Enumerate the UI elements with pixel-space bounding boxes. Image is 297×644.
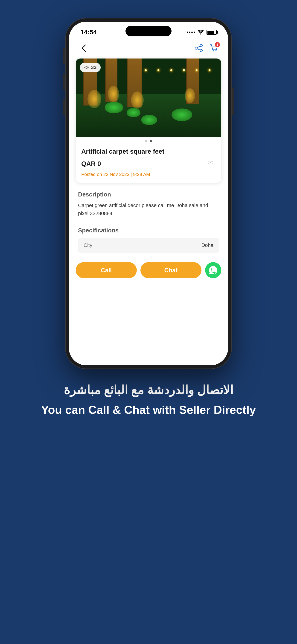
app-content[interactable]: 33 Artificial carpet square feet QAR 0 bbox=[69, 56, 228, 365]
post-date: Posted on 22 Nov 2023 | 9:29 AM bbox=[81, 172, 216, 177]
svg-point-1 bbox=[200, 44, 202, 47]
whatsapp-button[interactable] bbox=[205, 262, 221, 278]
call-button[interactable]: Call bbox=[76, 262, 137, 278]
signal-icon bbox=[187, 32, 195, 33]
chat-button[interactable]: Chat bbox=[140, 262, 202, 278]
phone-mockup: 14:54 bbox=[66, 18, 232, 368]
product-title: Artificial carpet square feet bbox=[81, 148, 216, 155]
description-text: Carpet green artificial decor please cal… bbox=[78, 201, 219, 218]
dynamic-island bbox=[126, 26, 172, 36]
dot-2 bbox=[150, 140, 152, 142]
dot-1 bbox=[145, 140, 147, 142]
app-header: 1 bbox=[69, 38, 228, 56]
battery-icon bbox=[206, 30, 217, 35]
header-actions: 1 bbox=[194, 43, 219, 53]
spec-value-city: Doha bbox=[148, 242, 214, 248]
price-row: QAR 0 ♡ bbox=[81, 158, 216, 169]
wifi-icon bbox=[198, 30, 204, 34]
english-tagline: You can Call & Chat with Seller Directly bbox=[41, 402, 256, 418]
wishlist-button[interactable]: ♡ bbox=[205, 158, 216, 169]
whatsapp-icon bbox=[208, 266, 218, 275]
cart-badge: 1 bbox=[215, 42, 220, 47]
description-section: Description Carpet green artificial deco… bbox=[69, 186, 228, 222]
svg-point-2 bbox=[195, 47, 197, 49]
svg-line-4 bbox=[197, 46, 200, 48]
status-icons bbox=[187, 30, 217, 35]
spec-row-city: City Doha bbox=[78, 238, 219, 253]
specifications-title: Specifications bbox=[78, 227, 219, 234]
spec-label-city: City bbox=[84, 242, 148, 248]
share-button[interactable] bbox=[194, 43, 204, 53]
svg-point-8 bbox=[86, 67, 88, 68]
status-time: 14:54 bbox=[80, 28, 97, 36]
image-dots bbox=[76, 137, 221, 144]
svg-point-3 bbox=[200, 50, 202, 52]
svg-point-7 bbox=[216, 50, 217, 52]
views-count: 33 bbox=[91, 64, 96, 70]
product-info: Artificial carpet square feet QAR 0 ♡ Po… bbox=[76, 144, 221, 183]
back-button[interactable] bbox=[78, 42, 90, 54]
svg-line-5 bbox=[197, 49, 200, 50]
status-bar: 14:54 bbox=[69, 22, 228, 38]
specs-table: City Doha bbox=[78, 238, 219, 253]
specifications-section: Specifications City Doha bbox=[69, 222, 228, 258]
svg-point-0 bbox=[200, 34, 201, 34]
product-card: 33 Artificial carpet square feet QAR 0 bbox=[76, 58, 221, 183]
product-price: QAR 0 bbox=[81, 160, 101, 168]
arabic-tagline: الاتصال والدردشة مع البائع مباشرة bbox=[41, 382, 256, 398]
bottom-actions: Call Chat bbox=[69, 258, 228, 285]
product-image-container: 33 bbox=[76, 58, 221, 137]
cart-button[interactable]: 1 bbox=[209, 43, 219, 53]
description-title: Description bbox=[78, 191, 219, 198]
views-badge: 33 bbox=[80, 63, 100, 72]
bottom-text-section: الاتصال والدردشة مع البائع مباشرة You ca… bbox=[28, 382, 270, 418]
heart-icon: ♡ bbox=[208, 160, 214, 168]
svg-point-6 bbox=[213, 50, 214, 52]
eye-icon bbox=[84, 66, 89, 69]
